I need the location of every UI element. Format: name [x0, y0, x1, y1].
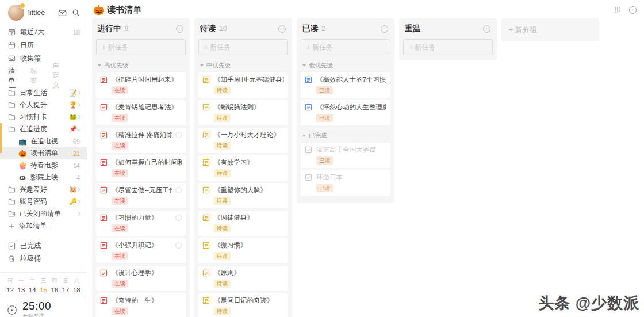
tab-1[interactable]: 清单 — [8, 64, 17, 87]
task-card[interactable]: 《把碎片时间用起来》 在读 — [96, 72, 186, 98]
add-task-input[interactable]: + 新任务 — [403, 39, 493, 55]
search-icon[interactable] — [72, 9, 80, 17]
calendar-date[interactable]: 14 — [27, 287, 38, 293]
sidebar-list-item[interactable]: 个人提升🏆 — [0, 99, 87, 111]
task-card[interactable]: 《设计心理学》 在读 — [96, 266, 186, 291]
calendar-date[interactable]: 16 — [49, 287, 60, 293]
task-card[interactable]: 《高效能人士的7个习惯》 已读 — [301, 72, 390, 98]
add-task-input[interactable]: + 新任务 — [301, 39, 390, 55]
task-card[interactable]: 《囚徒健身》 待读 — [198, 211, 288, 236]
sidebar-list-item[interactable]: 🎃读书清单21 — [0, 147, 87, 159]
check-square-icon — [305, 146, 312, 154]
task-card[interactable]: 《奇特的一生》 在读 — [96, 293, 186, 317]
task-card[interactable]: 《蜥蜴脑法则》 待读 — [198, 100, 288, 125]
add-task-input[interactable]: + 新任务 — [198, 39, 288, 55]
section-header[interactable]: 已完成 — [302, 132, 389, 140]
sidebar-list-item[interactable]: 🍿待看电影14 — [0, 159, 87, 171]
sort-icon[interactable] — [614, 6, 622, 14]
task-tag: 在读 — [112, 142, 128, 150]
check-square-icon — [305, 174, 312, 181]
list-emoji-icon: 🏆 — [69, 101, 77, 109]
task-card[interactable]: 《小强升职记》 在读 — [96, 238, 186, 263]
sidebar-list-add[interactable]: 添加清单 — [0, 220, 87, 232]
sidebar-list-item[interactable]: 已关闭的清单 — [0, 208, 87, 220]
list-label: 添加清单 — [19, 221, 80, 231]
list-emoji-icon: 🔑 — [69, 198, 77, 205]
calendar-date[interactable]: 13 — [16, 287, 26, 293]
section-header[interactable]: 低优先级 — [302, 62, 389, 70]
sidebar-item[interactable]: 日历 — [0, 39, 87, 52]
sidebar-list-item[interactable]: 在追进度📌 — [0, 123, 87, 135]
task-card[interactable]: 《怦然心动的人生整理魔法2》 已读 — [301, 100, 390, 125]
weekday-label: 二 — [27, 277, 38, 285]
task-title: 《有效学习》 — [214, 158, 284, 167]
task-tag: 在读 — [112, 86, 128, 94]
column-more-icon[interactable] — [380, 25, 389, 33]
note-icon — [100, 269, 108, 277]
section-header[interactable]: 高优先级 — [98, 62, 184, 70]
task-card[interactable]: 环游日本 已读 — [301, 170, 390, 196]
mail-icon[interactable] — [58, 9, 67, 17]
task-tag: 待读 — [214, 86, 231, 94]
avatar[interactable] — [8, 5, 24, 21]
task-card[interactable]: 《知乎周刊·无基础健身》 待读 — [198, 72, 288, 98]
task-card[interactable]: 《尽管去做--无压工作的艺术》 在读 — [96, 183, 186, 208]
tab-2[interactable]: 标签 — [30, 64, 39, 87]
sidebar-item[interactable]: 已完成 — [0, 239, 87, 252]
sidebar-list-item[interactable]: 兴趣爱好🐹 — [0, 184, 87, 196]
task-card[interactable]: 《微习惯》 待读 — [198, 238, 288, 263]
note-icon — [100, 214, 108, 221]
sidebar-item[interactable]: 垃圾桶 — [0, 252, 87, 265]
task-card[interactable]: 灌篮高手全国大赛篇 已读 — [301, 143, 390, 168]
task-title: 《原则》 — [214, 269, 284, 277]
progress-ring-icon[interactable] — [175, 215, 182, 221]
play-icon[interactable] — [7, 305, 17, 315]
sidebar-item[interactable]: 最近7天18 — [0, 25, 87, 39]
task-card[interactable]: 《一万小时天才理论》 待读 — [198, 128, 288, 153]
calendar-date[interactable]: 15 — [38, 287, 49, 293]
chevron-right-icon — [76, 115, 80, 119]
sidebar-list-item[interactable]: 习惯打卡🐸 — [0, 111, 87, 123]
column-more-icon[interactable] — [175, 25, 184, 33]
list-label: 账号密码 — [20, 197, 67, 207]
task-card[interactable]: 《有效学习》 待读 — [198, 155, 288, 181]
collapse-triangle-icon — [302, 64, 306, 67]
task-tag: 待读 — [214, 307, 231, 315]
list-emoji-icon: 🎃 — [18, 150, 26, 158]
sidebar-list-item[interactable]: 📺在追电视69 — [0, 135, 87, 147]
trash-icon — [8, 255, 16, 262]
weekday-label: 四 — [49, 277, 60, 285]
column-more-icon[interactable] — [482, 25, 491, 33]
sidebar-list-item[interactable]: 账号密码🔑 — [0, 196, 87, 208]
progress-ring-icon[interactable] — [175, 132, 182, 138]
calendar-date[interactable]: 17 — [60, 287, 71, 293]
task-tag: 在读 — [112, 197, 128, 205]
user-row[interactable]: littlee — [0, 0, 87, 24]
task-title: 《如何掌握自己的时间和生活》 — [112, 158, 182, 167]
sidebar-list-item[interactable]: 🎟影院上映4 — [0, 171, 87, 184]
calendar-icon — [8, 41, 16, 49]
list-emoji-icon: 📺 — [18, 138, 26, 146]
progress-ring-icon[interactable] — [175, 187, 182, 193]
tab-3[interactable]: 自定义 — [52, 59, 65, 92]
column-more-icon[interactable] — [278, 25, 286, 33]
task-card[interactable]: 《麦肯锡笔记思考法》 在读 — [96, 100, 186, 125]
progress-ring-icon[interactable] — [175, 242, 182, 249]
task-card[interactable]: 《习惯的力量》 在读 — [96, 211, 186, 236]
calendar-date[interactable]: 12 — [5, 287, 16, 293]
more-icon[interactable] — [628, 6, 637, 14]
sidebar-item-label: 最近7天 — [20, 27, 73, 37]
task-card[interactable]: 《晨间日记的奇迹》 待读 — [198, 293, 288, 317]
sidebar-list-item[interactable]: 日常生活📝 — [0, 87, 87, 99]
task-card[interactable]: 《如何掌握自己的时间和生活》 在读 — [96, 155, 186, 181]
add-task-input[interactable]: + 新任务 — [96, 39, 186, 55]
plus-icon — [8, 223, 15, 230]
priority-section: 低优先级 《高效能人士的7个习惯》 已读 《怦然心动的人生整理魔法2》 已读 — [301, 62, 390, 125]
task-card[interactable]: 《重塑你的大脑》 待读 — [198, 183, 288, 208]
task-card[interactable]: 《原则》 待读 — [198, 266, 288, 291]
task-title: 环游日本 — [316, 173, 386, 182]
task-card[interactable]: 《精准拉伸 疼痛消除和损伤… 在读 — [96, 128, 186, 153]
section-header[interactable]: 中优先级 — [200, 62, 286, 70]
calendar-date[interactable]: 18 — [71, 287, 82, 293]
add-group-button[interactable]: + 新分组 — [501, 18, 599, 41]
